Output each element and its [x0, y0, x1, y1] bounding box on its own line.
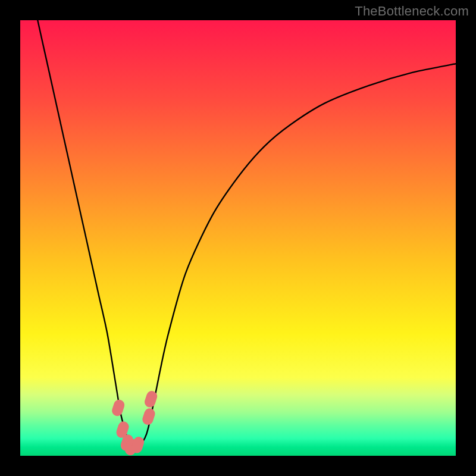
- curve-marker: [141, 407, 156, 426]
- plot-area: [20, 20, 456, 456]
- curve-marker: [111, 398, 126, 417]
- outer-frame: TheBottleneck.com: [0, 0, 476, 476]
- curve-svg: [20, 20, 456, 456]
- watermark-text: TheBottleneck.com: [355, 4, 469, 19]
- bottleneck-curve: [37, 20, 456, 447]
